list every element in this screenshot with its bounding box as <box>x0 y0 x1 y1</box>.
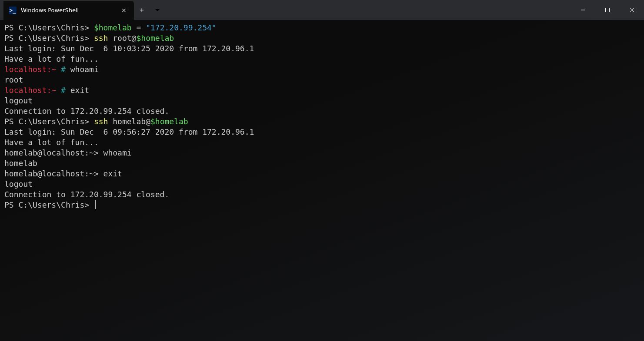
ps-prompt: PS C:\Users\Chris> <box>4 33 94 43</box>
ps-prompt: PS C:\Users\Chris> <box>4 200 94 209</box>
terminal-line: PS C:\Users\Chris> <box>4 200 640 210</box>
ps-prompt: PS C:\Users\Chris> <box>4 23 94 32</box>
cursor <box>95 200 96 209</box>
terminal-line: PS C:\Users\Chris> $homelab = "172.20.99… <box>4 23 640 33</box>
ps-prompt: PS C:\Users\Chris> <box>4 117 94 126</box>
close-icon <box>629 7 634 13</box>
terminal-line: Connection to 172.20.99.254 closed. <box>4 189 640 200</box>
output-text: homelab <box>4 159 37 168</box>
terminal-line: Last login: Sun Dec 6 09:56:27 2020 from… <box>4 127 640 137</box>
variable: $homelab <box>136 33 174 43</box>
output-text: Last login: Sun Dec 6 10:03:25 2020 from… <box>4 44 254 53</box>
window-controls <box>571 0 644 20</box>
terminal-line: root <box>4 75 640 85</box>
terminal[interactable]: PS C:\Users\Chris> $homelab = "172.20.99… <box>0 20 644 341</box>
command: whoami <box>103 148 132 157</box>
output-text: Connection to 172.20.99.254 closed. <box>4 190 169 199</box>
string-literal: "172.20.99.254" <box>146 23 217 32</box>
terminal-line: Last login: Sun Dec 6 10:03:25 2020 from… <box>4 43 640 54</box>
command: whoami <box>70 65 99 74</box>
window-close-button[interactable] <box>620 0 644 20</box>
output-text: root <box>4 75 23 84</box>
new-tab-button[interactable]: ＋ <box>134 0 150 20</box>
terminal-line: PS C:\Users\Chris> ssh root@$homelab <box>4 33 640 43</box>
terminal-line: homelab@localhost:~> exit <box>4 169 640 179</box>
remote-prompt-user: homelab@localhost:~> <box>4 169 103 178</box>
terminal-line: localhost:~ # whoami <box>4 64 640 75</box>
output-text: Last login: Sun Dec 6 09:56:27 2020 from… <box>4 127 254 136</box>
arg: homelab@ <box>108 117 150 126</box>
remote-prompt-hash: # <box>61 65 70 74</box>
tab-close-button[interactable]: ✕ <box>119 6 129 15</box>
window-minimize-button[interactable] <box>571 0 595 20</box>
output-text: Have a lot of fun... <box>4 54 99 63</box>
terminal-line: homelab <box>4 158 640 169</box>
tab-dropdown-button[interactable] <box>150 0 165 20</box>
command: exit <box>103 169 122 178</box>
remote-prompt-hash: # <box>61 86 70 95</box>
remote-prompt-host: localhost:~ <box>4 65 61 74</box>
tab-actions: ＋ <box>134 0 165 20</box>
window-maximize-button[interactable] <box>595 0 620 20</box>
chevron-down-icon <box>155 7 160 13</box>
tab-powershell[interactable]: >_ Windows PowerShell ✕ <box>3 1 134 20</box>
terminal-line: homelab@localhost:~> whoami <box>4 148 640 158</box>
svg-rect-1 <box>606 8 610 12</box>
terminal-line: localhost:~ # exit <box>4 85 640 96</box>
powershell-icon: >_ <box>9 7 17 14</box>
maximize-icon <box>605 7 610 13</box>
command: ssh <box>94 33 108 43</box>
remote-prompt-host: localhost:~ <box>4 86 61 95</box>
output-text: Have a lot of fun... <box>4 138 99 147</box>
titlebar: >_ Windows PowerShell ✕ ＋ <box>0 0 644 20</box>
command: ssh <box>94 117 108 126</box>
arg: root@ <box>108 33 136 43</box>
terminal-line: PS C:\Users\Chris> ssh homelab@$homelab <box>4 116 640 127</box>
terminal-line: logout <box>4 96 640 106</box>
remote-prompt-user: homelab@localhost:~> <box>4 148 103 157</box>
output-text: logout <box>4 96 33 105</box>
variable: $homelab <box>94 23 132 32</box>
output-text: Connection to 172.20.99.254 closed. <box>4 106 169 116</box>
terminal-line: Have a lot of fun... <box>4 54 640 64</box>
minimize-icon <box>581 7 586 13</box>
terminal-line: Connection to 172.20.99.254 closed. <box>4 106 640 116</box>
output-text: logout <box>4 179 33 189</box>
command: exit <box>70 86 89 95</box>
terminal-line: Have a lot of fun... <box>4 137 640 148</box>
variable: $homelab <box>150 117 188 126</box>
operator: = <box>132 23 146 32</box>
tab-title: Windows PowerShell <box>21 5 119 16</box>
terminal-line: logout <box>4 179 640 189</box>
